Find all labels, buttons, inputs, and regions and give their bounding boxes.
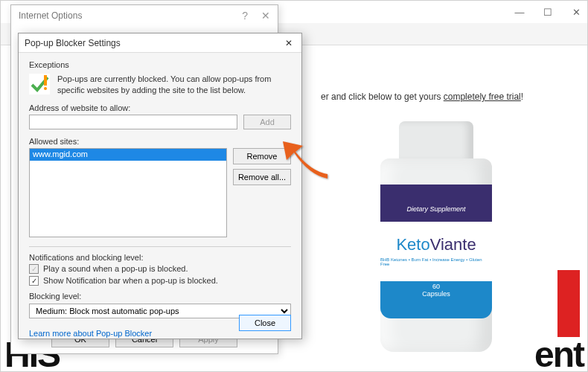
allowed-sites-list[interactable]: www.mgid.com	[29, 148, 227, 237]
remove-all-button[interactable]: Remove all...	[233, 169, 291, 185]
popup-titlebar: Pop-up Blocker Settings ✕	[19, 33, 301, 53]
internet-options-titlebar: Internet Options ?✕	[11, 5, 278, 26]
show-notification-label: Show Notification bar when a pop-up is b…	[43, 276, 218, 285]
remove-button[interactable]: Remove	[233, 148, 291, 164]
divider	[29, 246, 291, 247]
allowed-sites-label: Allowed sites:	[29, 137, 291, 146]
help-icon[interactable]: ?	[242, 10, 248, 22]
headline-right: ent	[534, 334, 584, 372]
promo-text: er and click below to get yours complete…	[321, 92, 523, 102]
play-sound-checkbox: ✓	[29, 264, 39, 274]
add-button: Add	[243, 115, 291, 129]
learn-more-link[interactable]: Learn more about Pop-up Blocker	[29, 329, 152, 338]
address-label: Address of website to allow:	[29, 103, 291, 112]
exceptions-label: Exceptions	[29, 60, 291, 69]
minimize-button[interactable]: —	[514, 7, 525, 17]
popup-blocker-dialog: Pop-up Blocker Settings ✕ Exceptions Pop…	[18, 33, 302, 339]
play-sound-label: Play a sound when a pop-up is blocked.	[43, 264, 188, 273]
checkmark-icon	[29, 74, 50, 94]
address-input[interactable]	[29, 115, 237, 129]
window-close-button[interactable]: ✕	[571, 7, 581, 17]
maximize-button[interactable]: ☐	[543, 7, 553, 17]
svg-point-1	[44, 87, 47, 90]
product-bottle-2: Dietary Supplement KetoViante BHB Ketone…	[373, 114, 499, 359]
video-badge	[557, 270, 580, 337]
internet-options-title: Internet Options	[19, 10, 82, 21]
close-icon[interactable]: ✕	[282, 36, 295, 50]
notifications-label: Notifications and blocking level:	[29, 253, 291, 262]
svg-rect-0	[44, 75, 47, 86]
blocking-level-label: Blocking level:	[29, 292, 291, 301]
list-item[interactable]: www.mgid.com	[30, 149, 226, 161]
popup-title: Pop-up Blocker Settings	[25, 38, 121, 48]
exceptions-text: Pop-ups are currently blocked. You can a…	[57, 74, 291, 96]
show-notification-checkbox[interactable]: ✓	[29, 276, 39, 286]
close-button[interactable]: Close	[239, 315, 291, 331]
dialog-close-icon[interactable]: ✕	[261, 10, 270, 22]
free-trial-link[interactable]: completely free trial	[444, 92, 521, 102]
